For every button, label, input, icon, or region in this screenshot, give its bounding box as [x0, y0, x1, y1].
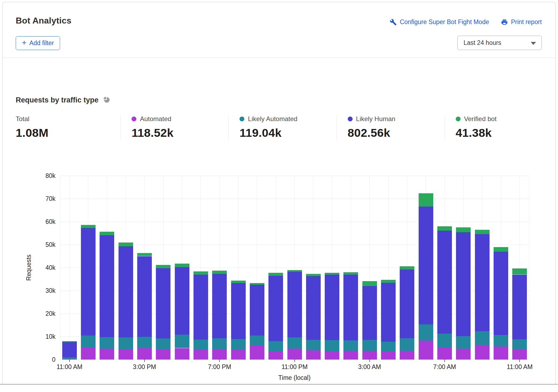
bar-segment-likely-human[interactable] [287, 272, 302, 337]
bar-segment-likely-automated[interactable] [494, 335, 508, 347]
configure-sbfm-link[interactable]: Configure Super Bot Fight Mode [390, 18, 489, 26]
bar-segment-likely-human[interactable] [325, 275, 339, 340]
bar-segment-likely-automated[interactable] [193, 340, 208, 350]
bar-segment-likely-human[interactable] [193, 275, 208, 340]
bar-segment-verified-bot[interactable] [100, 232, 114, 235]
bar-segment-likely-automated[interactable] [512, 339, 527, 349]
bar-segment-likely-automated[interactable] [156, 338, 170, 349]
bar-segment-likely-human[interactable] [343, 275, 358, 340]
bar-segment-verified-bot[interactable] [287, 270, 302, 272]
bar-segment-verified-bot[interactable] [175, 264, 189, 267]
bar-segment-verified-bot[interactable] [62, 341, 77, 342]
bar-segment-likely-automated[interactable] [437, 334, 452, 348]
bar-segment-likely-human[interactable] [268, 276, 283, 341]
bar-segment-automated[interactable] [381, 351, 396, 360]
bar-segment-verified-bot[interactable] [419, 193, 433, 207]
bar-segment-automated[interactable] [419, 340, 433, 360]
bar-segment-verified-bot[interactable] [325, 273, 339, 275]
bar-segment-likely-automated[interactable] [362, 340, 377, 351]
bar-segment-automated[interactable] [325, 351, 339, 360]
bar-segment-likely-automated[interactable] [456, 336, 471, 348]
bar-segment-verified-bot[interactable] [231, 281, 246, 283]
bar-segment-likely-human[interactable] [100, 235, 114, 337]
bar-segment-verified-bot[interactable] [343, 272, 358, 275]
bar-segment-likely-automated[interactable] [175, 335, 189, 348]
bar-segment-verified-bot[interactable] [362, 281, 377, 286]
bar-segment-likely-human[interactable] [250, 285, 264, 335]
bar-segment-automated[interactable] [119, 349, 133, 360]
bar-segment-likely-human[interactable] [137, 256, 152, 337]
bar-segment-automated[interactable] [212, 349, 227, 360]
bar-segment-likely-human[interactable] [494, 252, 508, 335]
bar-segment-likely-human[interactable] [456, 232, 471, 336]
bar-segment-automated[interactable] [268, 351, 283, 360]
bar-segment-automated[interactable] [193, 350, 208, 360]
bar-segment-likely-automated[interactable] [250, 335, 264, 346]
bar-segment-verified-bot[interactable] [193, 271, 208, 275]
bar-segment-automated[interactable] [437, 348, 452, 360]
bar-segment-likely-automated[interactable] [119, 337, 133, 349]
bar-segment-automated[interactable] [62, 359, 77, 360]
bar-segment-verified-bot[interactable] [494, 247, 508, 252]
bar-segment-automated[interactable] [81, 348, 96, 360]
bar-segment-automated[interactable] [100, 349, 114, 360]
bar-segment-likely-human[interactable] [81, 228, 96, 335]
bar-segment-likely-automated[interactable] [343, 340, 358, 351]
bar-segment-likely-automated[interactable] [475, 331, 490, 345]
bar-segment-likely-human[interactable] [400, 270, 414, 338]
bar-segment-automated[interactable] [475, 345, 490, 360]
bar-segment-automated[interactable] [156, 349, 170, 360]
bar-segment-likely-human[interactable] [475, 234, 490, 331]
bar-segment-likely-automated[interactable] [287, 337, 302, 349]
bar-segment-likely-human[interactable] [362, 286, 377, 340]
bar-segment-likely-automated[interactable] [231, 339, 246, 350]
bar-segment-verified-bot[interactable] [512, 268, 527, 274]
bar-segment-automated[interactable] [306, 350, 321, 360]
add-filter-button[interactable]: + Add filter [16, 36, 60, 50]
bar-segment-likely-automated[interactable] [400, 338, 414, 351]
bar-segment-automated[interactable] [250, 345, 264, 360]
bar-segment-likely-human[interactable] [119, 246, 133, 337]
bar-segment-likely-human[interactable] [381, 283, 396, 342]
bar-segment-automated[interactable] [231, 350, 246, 360]
bar-segment-verified-bot[interactable] [137, 253, 152, 256]
bar-segment-verified-bot[interactable] [81, 225, 96, 228]
bar-segment-automated[interactable] [494, 347, 508, 360]
print-report-link[interactable]: Print report [501, 18, 542, 26]
bar-segment-likely-automated[interactable] [100, 337, 114, 349]
bar-segment-verified-bot[interactable] [306, 274, 321, 276]
bar-segment-verified-bot[interactable] [381, 280, 396, 283]
bar-segment-likely-human[interactable] [231, 283, 246, 339]
bar-segment-likely-human[interactable] [306, 276, 321, 340]
bar-segment-automated[interactable] [175, 348, 189, 360]
bar-segment-verified-bot[interactable] [212, 271, 227, 274]
bar-segment-automated[interactable] [137, 348, 152, 360]
bar-segment-verified-bot[interactable] [119, 242, 133, 246]
bar-segment-verified-bot[interactable] [400, 266, 414, 270]
bar-segment-likely-human[interactable] [62, 342, 77, 358]
bar-segment-automated[interactable] [512, 349, 527, 360]
bar-segment-verified-bot[interactable] [268, 273, 283, 276]
bar-segment-automated[interactable] [400, 351, 414, 360]
bar-segment-verified-bot[interactable] [437, 226, 452, 231]
bar-segment-automated[interactable] [456, 348, 471, 360]
bar-segment-likely-automated[interactable] [325, 340, 339, 352]
bar-segment-likely-automated[interactable] [62, 357, 77, 358]
bar-segment-verified-bot[interactable] [250, 283, 264, 285]
bar-segment-likely-human[interactable] [437, 231, 452, 334]
bar-segment-automated[interactable] [362, 351, 377, 360]
bar-segment-likely-human[interactable] [512, 275, 527, 340]
bar-segment-likely-automated[interactable] [268, 341, 283, 351]
bar-segment-likely-automated[interactable] [419, 324, 433, 340]
bar-segment-likely-human[interactable] [419, 207, 433, 324]
bar-segment-likely-automated[interactable] [137, 337, 152, 348]
bar-segment-verified-bot[interactable] [456, 227, 471, 232]
bar-segment-likely-automated[interactable] [81, 335, 96, 348]
bar-segment-verified-bot[interactable] [475, 230, 490, 234]
bar-segment-likely-human[interactable] [212, 274, 227, 338]
bar-segment-automated[interactable] [287, 349, 302, 360]
bar-segment-likely-automated[interactable] [212, 338, 227, 349]
bar-segment-likely-automated[interactable] [381, 342, 396, 351]
bar-segment-likely-automated[interactable] [306, 340, 321, 350]
bar-segment-verified-bot[interactable] [156, 265, 170, 268]
